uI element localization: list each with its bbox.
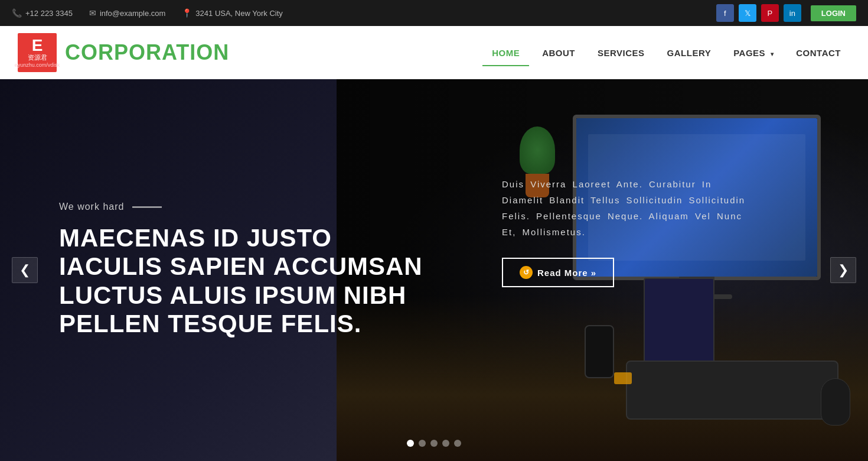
phone-number: +12 223 3345 [25, 9, 73, 18]
email-address: info@example.com [100, 9, 165, 18]
keyboard-decoration [626, 361, 838, 420]
nav-contact[interactable]: CONTACT [787, 42, 850, 64]
email-icon: ✉ [89, 8, 96, 18]
address-contact: 📍 3241 USA, New York City [182, 8, 282, 18]
brand-name: CORPORATION [65, 40, 229, 65]
phone-icon: 📞 [12, 8, 22, 18]
nav-about[interactable]: ABOUT [533, 42, 585, 64]
read-more-button[interactable]: ↺ Read More » [502, 258, 614, 287]
hero-subtitle: We work hard [59, 202, 425, 212]
hero-section: We work hard MAECENAS ID JUSTO IACULIS S… [0, 79, 868, 461]
logo-area: E 资源君 eyunzhu.com/vdisk CORPORATION [18, 33, 229, 72]
small-object [614, 372, 632, 384]
facebook-icon[interactable]: f [716, 4, 734, 22]
hero-content-right: Duis Viverra Laoreet Ante. Curabitur In … [502, 176, 750, 287]
dropdown-arrow: ▾ [771, 51, 774, 57]
read-more-label: Read More » [537, 268, 596, 278]
read-more-icon: ↺ [520, 266, 533, 279]
phone-contact: 📞 +12 223 3345 [12, 8, 73, 18]
dot-2[interactable] [419, 440, 426, 447]
address-text: 3241 USA, New York City [195, 9, 282, 18]
main-nav: HOME ABOUT SERVICES GALLERY PAGES ▾ CONT… [482, 42, 850, 64]
email-contact: ✉ info@example.com [89, 8, 165, 18]
header: E 资源君 eyunzhu.com/vdisk CORPORATION HOME… [0, 26, 868, 79]
notebook-decoration [644, 278, 714, 372]
twitter-icon[interactable]: 𝕏 [739, 4, 756, 22]
pinterest-icon[interactable]: P [761, 4, 779, 22]
next-arrow-icon: ❯ [838, 262, 849, 278]
subtitle-line [132, 206, 162, 207]
logo-letter: E [32, 37, 43, 54]
dot-1[interactable] [407, 440, 414, 447]
hero-subtitle-text: We work hard [59, 202, 124, 212]
hero-description: Duis Viverra Laoreet Ante. Curabitur In … [502, 176, 750, 240]
location-icon: 📍 [182, 8, 192, 18]
hero-title: MAECENAS ID JUSTO IACULIS SAPIEN ACCUMSA… [59, 224, 425, 338]
prev-arrow[interactable]: ❮ [12, 257, 38, 283]
hero-content-left: We work hard MAECENAS ID JUSTO IACULIS S… [59, 202, 425, 338]
logo-chinese: 资源君 [28, 54, 47, 61]
mouse-decoration [821, 378, 850, 426]
dot-5[interactable] [454, 440, 461, 447]
plant-leaves [520, 126, 555, 174]
logo-sub: eyunzhu.com/vdisk [15, 62, 60, 68]
linkedin-icon[interactable]: in [784, 4, 801, 22]
login-button[interactable]: LOGIN [811, 5, 856, 21]
top-bar-right: f 𝕏 P in LOGIN [716, 4, 856, 22]
top-bar-contacts: 📞 +12 223 3345 ✉ info@example.com 📍 3241… [12, 8, 283, 18]
nav-gallery[interactable]: GALLERY [658, 42, 721, 64]
slider-dots [407, 440, 461, 447]
nav-home[interactable]: HOME [482, 42, 529, 64]
next-arrow[interactable]: ❯ [830, 257, 856, 283]
dot-4[interactable] [442, 440, 449, 447]
logo-box: E 资源君 eyunzhu.com/vdisk [18, 33, 57, 72]
nav-pages[interactable]: PAGES ▾ [724, 42, 783, 64]
phone-decoration [585, 325, 614, 378]
top-bar: 📞 +12 223 3345 ✉ info@example.com 📍 3241… [0, 0, 868, 26]
nav-services[interactable]: SERVICES [588, 42, 654, 64]
prev-arrow-icon: ❮ [19, 262, 30, 278]
dot-3[interactable] [430, 440, 438, 447]
